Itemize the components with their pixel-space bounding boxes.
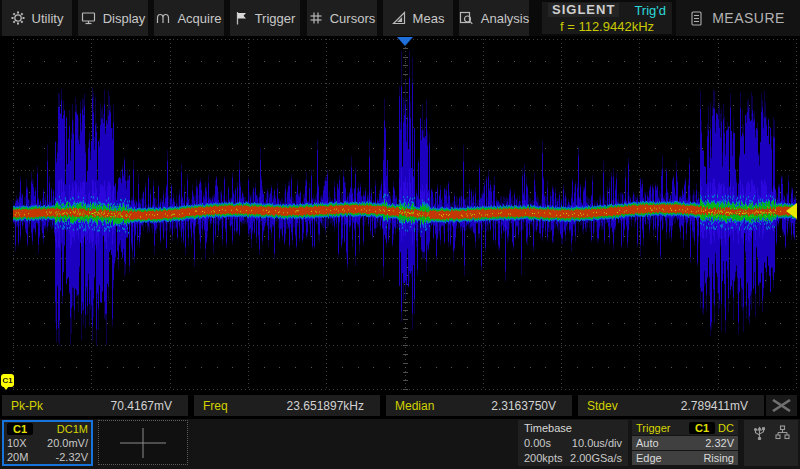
menu-trigger[interactable]: Trigger — [230, 0, 300, 36]
gear-icon — [11, 11, 25, 25]
measurement-stdev-label: Stdev — [587, 399, 618, 413]
menu-cursors-label: Cursors — [330, 11, 376, 26]
trigger-slope: Rising — [703, 452, 734, 464]
menu-analysis[interactable]: Analysis — [459, 0, 529, 36]
plus-crosshair-icon — [118, 426, 168, 460]
menu-display-label: Display — [103, 11, 146, 26]
measurement-bar: Pk-Pk 70.4167mV Freq 23.651897kHz Median… — [0, 395, 800, 417]
flag-icon — [235, 11, 248, 25]
menu-display[interactable]: Display — [78, 0, 148, 36]
waveform-display — [0, 36, 800, 393]
menu-utility-label: Utility — [32, 11, 64, 26]
trigger-position-marker[interactable] — [397, 37, 413, 46]
measure-panel-title: MEASURE — [712, 10, 785, 26]
timebase-delay: 0.00s — [524, 437, 551, 449]
trigger-title: Trigger — [636, 422, 670, 434]
lan-icon[interactable] — [775, 425, 790, 440]
menu-trigger-label: Trigger — [255, 11, 296, 26]
channel1-coupling: DC1M — [57, 423, 88, 435]
measurement-close-button[interactable] — [766, 395, 797, 416]
measurement-median-value: 2.3163750V — [491, 399, 556, 413]
add-channel-box[interactable] — [98, 420, 188, 465]
status-bar: C1 DC1M 10X 20.0mV/ 20M -2.32V Timebase … — [0, 419, 800, 469]
menu-meas[interactable]: Meas — [383, 0, 453, 36]
trigger-level: 2.32V — [705, 437, 734, 449]
trigger-coupling: DC — [718, 422, 734, 434]
timebase-points: 200kpts — [524, 452, 563, 464]
measurement-freq[interactable]: Freq 23.651897kHz — [194, 395, 380, 416]
hash-icon — [309, 11, 323, 25]
channel1-probe: 10X — [7, 437, 27, 449]
trigger-status: Trig'd — [634, 3, 666, 18]
measurement-freq-value: 23.651897kHz — [287, 399, 364, 413]
menu-bar: Utility Display Acquire Trigger Cursors … — [0, 0, 800, 36]
close-icon — [772, 399, 791, 412]
measurement-pkpk-label: Pk-Pk — [11, 399, 43, 413]
siglent-logo: SIGLENT — [548, 3, 619, 17]
menu-acquire-label: Acquire — [177, 11, 221, 26]
timebase-title: Timebase — [524, 422, 572, 434]
trigger-box[interactable]: Trigger C1 DC Auto 2.32V Edge Rising — [632, 420, 738, 466]
measurement-median-label: Median — [395, 399, 434, 413]
channel1-name: C1 — [7, 423, 33, 435]
menu-cursors[interactable]: Cursors — [307, 0, 377, 36]
connectivity-tray — [744, 420, 798, 466]
timebase-scale: 10.0us/div — [572, 437, 622, 449]
channel1-bandwidth: 20M — [7, 451, 28, 463]
trigger-mode: Auto — [636, 437, 659, 449]
magnifier-doc-icon — [459, 11, 474, 25]
monitor-icon — [81, 11, 96, 25]
measure-panel-header[interactable]: MEASURE — [676, 0, 800, 36]
channel1-offset: -2.32V — [56, 451, 88, 463]
channel1-scale: 20.0mV/ — [47, 437, 88, 449]
trigger-source: C1 — [689, 422, 715, 434]
usb-icon[interactable] — [753, 425, 766, 440]
menu-utility[interactable]: Utility — [2, 0, 72, 36]
measurement-pkpk-value: 70.4167mV — [111, 399, 172, 413]
measurement-stdev[interactable]: Stdev 2.789411mV — [578, 395, 764, 416]
menu-analysis-label: Analysis — [481, 11, 529, 26]
measurement-median[interactable]: Median 2.3163750V — [386, 395, 572, 416]
measurement-freq-label: Freq — [203, 399, 228, 413]
trigger-level-marker[interactable] — [786, 203, 797, 219]
timebase-rate: 2.00GSa/s — [570, 452, 622, 464]
menu-acquire[interactable]: Acquire — [154, 0, 224, 36]
wave-icon — [156, 11, 170, 25]
trigger-type: Edge — [636, 452, 662, 464]
menu-meas-label: Meas — [413, 11, 445, 26]
channel1-box[interactable]: C1 DC1M 10X 20.0mV/ 20M -2.32V — [2, 420, 93, 466]
clipboard-icon — [691, 11, 702, 26]
status-header-box: SIGLENT Trig'd f = 112.9442kHz — [542, 2, 672, 34]
measurement-stdev-value: 2.789411mV — [681, 399, 748, 413]
measurement-pkpk[interactable]: Pk-Pk 70.4167mV — [2, 395, 188, 416]
frequency-readout: f = 112.9442kHz — [542, 18, 672, 34]
oscilloscope-screen: Utility Display Acquire Trigger Cursors … — [0, 0, 800, 469]
timebase-box[interactable]: Timebase 0.00s 10.0us/div 200kpts 2.00GS… — [518, 420, 628, 466]
channel-offset-marker-tail — [3, 386, 9, 390]
ruler-icon — [392, 11, 406, 25]
